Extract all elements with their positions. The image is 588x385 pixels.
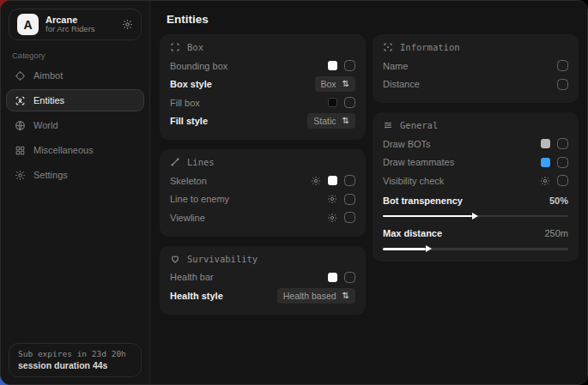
- gear-icon[interactable]: [311, 176, 321, 186]
- globe-icon: [15, 120, 26, 131]
- color-swatch[interactable]: [541, 158, 550, 167]
- sidebar-item-aimbot[interactable]: Aimbot: [6, 64, 144, 87]
- slider-value: 50%: [549, 196, 568, 206]
- bot-transparency-slider[interactable]: [383, 215, 568, 218]
- panel-general: General Draw BOTs Draw teammates: [373, 112, 579, 262]
- bounding-brackets-icon: [170, 42, 180, 52]
- health-style-dropdown[interactable]: Health based ⇅: [277, 288, 355, 304]
- slider-fill: [383, 248, 426, 250]
- dropdown-value: Box: [321, 79, 336, 89]
- row-bounding-box: Bounding box: [170, 57, 355, 75]
- slider-fill: [383, 215, 472, 218]
- row-label: Bounding box: [170, 61, 227, 71]
- slider-thumb[interactable]: [472, 213, 478, 220]
- slider-thumb[interactable]: [426, 245, 432, 252]
- gear-icon[interactable]: [327, 213, 337, 223]
- health-bar-checkbox[interactable]: [344, 272, 355, 283]
- gear-icon: [15, 170, 26, 181]
- row-draw-teammates: Draw teammates: [383, 153, 568, 172]
- app-window: A Arcane for Arc Riders Category Aimbot: [0, 0, 588, 385]
- row-name: Name: [383, 57, 568, 75]
- gear-icon[interactable]: [327, 194, 337, 204]
- panel-survivability: Survivability Health bar Health style He…: [160, 246, 366, 315]
- crosshair-icon: [15, 70, 26, 81]
- line-to-enemy-checkbox[interactable]: [344, 194, 355, 205]
- draw-bots-checkbox[interactable]: [557, 138, 568, 149]
- box-style-dropdown[interactable]: Box ⇅: [315, 76, 355, 92]
- row-distance: Distance: [383, 75, 568, 94]
- panel-lines: Lines Skeleton: [160, 149, 366, 237]
- main-area: Entities Box Bounding box: [151, 1, 587, 384]
- row-label: Box style: [170, 79, 212, 89]
- fill-style-dropdown[interactable]: Static ⇅: [307, 113, 355, 129]
- draw-teammates-checkbox[interactable]: [557, 157, 568, 168]
- panel-title: Survivability: [187, 254, 258, 264]
- color-swatch[interactable]: [328, 176, 337, 185]
- color-swatch[interactable]: [328, 273, 337, 282]
- row-line-to-enemy: Line to enemy: [170, 190, 355, 209]
- bot-transparency-slider-group: Bot transpenency 50%: [383, 193, 568, 218]
- row-visibility-check: Visibility check: [383, 171, 568, 190]
- row-label: Skeleton: [170, 176, 207, 186]
- panel-box: Box Bounding box Box style Box ⇅: [160, 34, 366, 140]
- name-checkbox[interactable]: [557, 60, 568, 71]
- sidebar-item-label: Miscellaneous: [33, 145, 94, 155]
- color-swatch[interactable]: [328, 61, 337, 70]
- row-fill-box: Fill box: [170, 93, 355, 112]
- sidebar-item-label: Entities: [33, 95, 64, 105]
- fill-box-checkbox[interactable]: [344, 97, 355, 108]
- gear-icon[interactable]: [122, 19, 133, 30]
- row-box-style: Box style Box ⇅: [170, 75, 355, 94]
- row-label: Fill box: [170, 98, 200, 108]
- sub-expiry-text: Sub expires in 23d 20h: [18, 349, 132, 358]
- sidebar-item-world[interactable]: World: [6, 114, 144, 136]
- row-label: Fill style: [170, 116, 208, 126]
- row-label: Bot transpenency: [383, 196, 463, 206]
- row-label: Distance: [383, 79, 420, 89]
- panel-title: Lines: [187, 157, 215, 167]
- visibility-check-checkbox[interactable]: [557, 175, 568, 186]
- sidebar-item-settings[interactable]: Settings: [6, 164, 144, 186]
- left-column: Box Bounding box Box style Box ⇅: [160, 34, 366, 315]
- subscription-info: Sub expires in 23d 20h session duration …: [9, 343, 142, 377]
- color-swatch[interactable]: [541, 139, 550, 148]
- panel-title: General: [400, 120, 438, 130]
- row-label: Viewline: [170, 213, 205, 223]
- page-title: Entities: [151, 1, 587, 33]
- entity-scan-icon: [15, 95, 26, 106]
- row-label: Health bar: [170, 272, 214, 282]
- sidebar-item-label: World: [33, 120, 58, 130]
- panel-title: Box: [187, 42, 203, 52]
- row-health-style: Health style Health based ⇅: [170, 286, 355, 305]
- row-skeleton: Skeleton: [170, 171, 355, 190]
- grid-icon: [15, 145, 26, 156]
- category-label: Category: [12, 51, 138, 60]
- row-health-bar: Health bar: [170, 268, 355, 287]
- sidebar-item-label: Settings: [33, 170, 68, 180]
- skeleton-checkbox[interactable]: [344, 175, 355, 186]
- sidebar-item-entities[interactable]: Entities: [6, 89, 144, 111]
- content: Box Bounding box Box style Box ⇅: [151, 33, 587, 323]
- updown-arrows-icon: ⇅: [342, 292, 349, 300]
- sliders-icon: [383, 120, 393, 130]
- slider-value: 250m: [544, 228, 568, 238]
- brand-logo: A: [17, 14, 39, 35]
- brand-card: A Arcane for Arc Riders: [9, 9, 142, 40]
- gear-icon[interactable]: [540, 176, 550, 186]
- heart-icon: [170, 254, 180, 264]
- row-viewline: Viewline: [170, 208, 355, 227]
- sidebar: A Arcane for Arc Riders Category Aimbot: [1, 1, 150, 384]
- viewline-checkbox[interactable]: [344, 212, 355, 223]
- right-column: Information Name Distance: [373, 34, 579, 315]
- row-label: Name: [383, 61, 408, 71]
- row-label: Max distance: [383, 228, 442, 238]
- color-swatch[interactable]: [328, 98, 337, 107]
- row-label: Health style: [170, 291, 223, 301]
- distance-checkbox[interactable]: [557, 79, 568, 90]
- bounding-box-checkbox[interactable]: [344, 60, 355, 71]
- sidebar-item-miscellaneous[interactable]: Miscellaneous: [6, 139, 144, 161]
- max-distance-slider-group: Max distance 250m: [383, 226, 568, 250]
- max-distance-slider[interactable]: [383, 248, 568, 250]
- row-label: Visibility check: [383, 176, 444, 186]
- brand-text: Arcane for Arc Riders: [45, 15, 115, 35]
